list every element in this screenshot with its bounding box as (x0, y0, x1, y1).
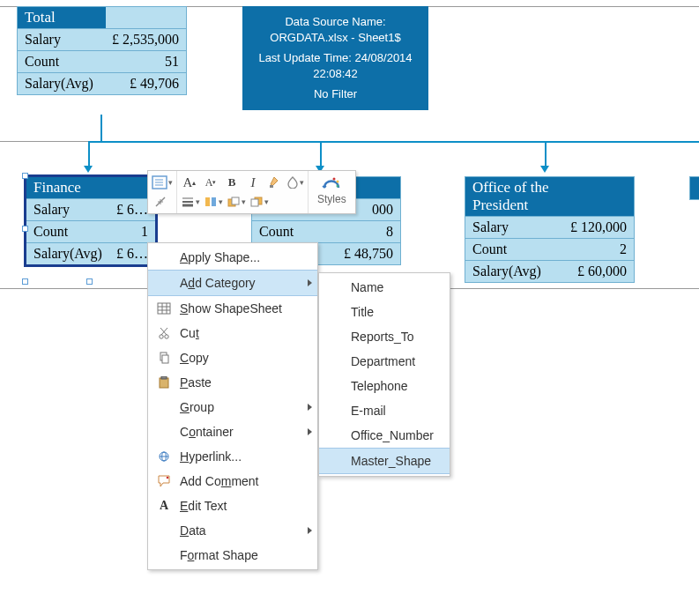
svg-rect-11 (205, 197, 210, 206)
copy-icon (153, 350, 175, 366)
ctx-data[interactable]: Data (148, 518, 317, 543)
president-summary-box[interactable]: Office of the President Salary £ 120,000… (465, 176, 635, 283)
fill-color-button[interactable]: ▾ (286, 174, 304, 191)
label: Salary (25, 32, 61, 48)
add-category-submenu: Name Title Reports_To Department Telepho… (318, 272, 450, 477)
submenu-arrow-icon (308, 428, 312, 435)
ds-line: Last Update Time: 24/08/2014 (252, 50, 419, 66)
ds-line: Data Source Name: (252, 14, 419, 30)
value: 1 (141, 224, 148, 240)
bring-front-button[interactable]: ▾ (227, 193, 246, 211)
value: £ 6… (116, 202, 148, 218)
sel-handle[interactable] (22, 226, 28, 232)
ds-line: 22:08:42 (252, 66, 419, 82)
label: Add Comment (180, 474, 259, 488)
total-row-count: Count 51 (18, 50, 186, 72)
svg-point-19 (337, 185, 339, 188)
label: Container (180, 425, 234, 439)
value: £ 60,000 (577, 263, 627, 279)
label: Group (180, 400, 214, 414)
mini-toolbar: ▾ A▴ A▾ B I ▾ ▾ (147, 170, 356, 214)
svg-line-28 (160, 328, 167, 335)
svg-rect-30 (162, 355, 168, 363)
svg-point-25 (160, 335, 163, 338)
label: Office_Number (351, 428, 434, 442)
value: £ 49,706 (130, 76, 179, 92)
label: Salary(Avg) (472, 263, 541, 279)
svg-point-17 (333, 178, 336, 181)
svg-rect-7 (270, 185, 273, 188)
svg-point-36 (166, 477, 168, 479)
label: Add Category (180, 276, 256, 290)
line-weight-button[interactable]: ▾ (181, 193, 200, 211)
sub-email[interactable]: E-mail (319, 398, 450, 423)
sel-handle[interactable] (22, 173, 28, 179)
ctx-hyperlink[interactable]: Hyperlink... (148, 444, 317, 469)
cut-icon (153, 325, 175, 341)
finance-summary-box[interactable]: Finance Salary £ 6… Count 1 Salary(Avg) … (26, 176, 156, 265)
partial-title (690, 177, 699, 199)
ctx-add-category[interactable]: Add Category (148, 270, 317, 296)
svg-rect-14 (232, 197, 239, 204)
font-smaller-button[interactable]: A▾ (202, 174, 219, 191)
italic-button[interactable]: I (244, 174, 262, 191)
ctx-apply-shape[interactable]: Apply Shape... (148, 245, 317, 270)
value: £ 2,535,000 (112, 32, 179, 48)
title-line1: Office of the (472, 179, 549, 196)
diagram-canvas[interactable]: { "total_box": { "title": "Total", "rows… (0, 0, 699, 616)
sub-office-number[interactable]: Office_Number (319, 423, 450, 448)
align-button[interactable]: ▾ (204, 193, 223, 211)
finance-title: Finance (26, 177, 155, 198)
ds-line: No Filter (252, 86, 419, 102)
row: Count 8 (252, 220, 400, 242)
label: Salary(Avg) (33, 246, 102, 262)
ctx-container[interactable]: Container (148, 419, 317, 444)
sub-name[interactable]: Name (319, 275, 450, 300)
ctx-format-shape[interactable]: Format Shape (148, 543, 317, 568)
label: Telephone (351, 379, 408, 393)
partial-summary-box[interactable] (689, 176, 699, 200)
ctx-paste[interactable]: Paste (148, 370, 317, 395)
label: Salary (33, 202, 70, 218)
styles-gallery-button[interactable]: Styles (309, 171, 355, 213)
ctx-add-comment[interactable]: Add Comment (148, 469, 317, 494)
text-icon: A (153, 498, 175, 514)
connector-tool-button[interactable] (152, 193, 169, 211)
label: Name (351, 280, 383, 294)
shape-style-button[interactable]: ▾ (152, 174, 173, 191)
bold-button[interactable]: B (223, 174, 241, 191)
sub-reports-to[interactable]: Reports_To (319, 324, 450, 349)
label: Apply Shape... (180, 250, 260, 264)
ctx-show-shapesheet[interactable]: Show ShapeSheet (148, 296, 317, 321)
value: £ 48,750 (344, 246, 393, 262)
row-count: Count 2 (465, 238, 634, 260)
svg-point-18 (337, 181, 339, 183)
sel-handle[interactable] (86, 278, 93, 285)
total-summary-box[interactable]: Total Salary £ 2,535,000 Count 51 Salary… (17, 6, 187, 95)
sub-telephone[interactable]: Telephone (319, 374, 450, 398)
ctx-cut[interactable]: Cut (148, 321, 317, 345)
sub-title[interactable]: Title (319, 300, 450, 324)
datasource-info-box[interactable]: Data Source Name: ORGDATA.xlsx - Sheet1$… (242, 6, 428, 110)
ctx-edit-text[interactable]: A Edit Text (148, 494, 317, 518)
row-avg: Salary(Avg) £ 60,000 (465, 260, 634, 282)
sub-department[interactable]: Department (319, 349, 450, 374)
ctx-copy[interactable]: Copy (148, 345, 317, 370)
title-line2: President (472, 197, 528, 213)
label: Paste (180, 375, 212, 390)
ctx-group[interactable]: Group (148, 395, 317, 419)
send-back-button[interactable]: ▾ (249, 193, 269, 211)
value: 8 (386, 224, 393, 240)
paste-icon (153, 375, 175, 390)
format-painter-button[interactable] (265, 174, 283, 191)
value: 2 (620, 241, 627, 257)
sel-handle[interactable] (22, 278, 28, 285)
context-menu: Apply Shape... Add Category Show ShapeSh… (147, 242, 318, 570)
sub-master-shape[interactable]: Master_Shape (319, 448, 450, 474)
label: Reports_To (351, 330, 414, 344)
value: £ 6… (116, 246, 148, 262)
label: Data (180, 523, 206, 538)
label: Count (25, 54, 59, 70)
font-larger-button[interactable]: A▴ (181, 174, 198, 191)
label: E-mail (351, 404, 386, 418)
